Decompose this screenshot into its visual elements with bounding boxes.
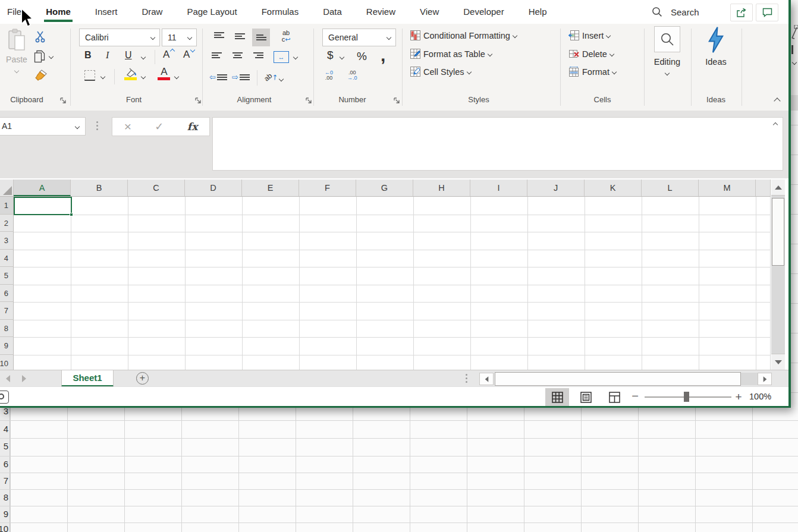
share-button[interactable] — [730, 4, 753, 21]
font-color-menu-chevron[interactable] — [174, 74, 179, 79]
worksheet-grid[interactable]: ABCDEFGHIJKLM 12345678910 — [0, 178, 791, 370]
column-header-l[interactable]: L — [642, 180, 699, 196]
center-button[interactable] — [233, 52, 243, 58]
font-dialog-launcher[interactable] — [194, 97, 202, 104]
currency-chevron[interactable] — [340, 55, 344, 59]
cut-button[interactable] — [34, 31, 46, 45]
zoom-slider-thumb[interactable] — [684, 392, 689, 402]
fill-handle[interactable] — [70, 213, 73, 216]
italic-button[interactable]: I — [106, 50, 109, 61]
scroll-down-button[interactable] — [771, 354, 785, 370]
page-break-preview-button[interactable] — [602, 388, 626, 406]
copy-button[interactable] — [34, 50, 53, 63]
column-header-partial[interactable] — [756, 180, 771, 196]
zoom-in-button[interactable]: + — [734, 391, 743, 401]
tab-insert[interactable]: Insert — [95, 0, 118, 24]
delete-cells-button[interactable]: Delete — [568, 49, 614, 59]
cancel-button[interactable]: × — [124, 119, 131, 134]
tab-developer[interactable]: Developer — [463, 0, 504, 24]
row-header-7[interactable]: 7 — [0, 302, 14, 320]
row-header-9[interactable]: 9 — [0, 337, 14, 355]
alignment-dialog-launcher[interactable] — [305, 97, 312, 104]
row-header-10[interactable]: 10 — [0, 355, 14, 370]
conditional-formatting-button[interactable]: Conditional Formatting — [410, 30, 517, 40]
bold-button[interactable]: B — [84, 50, 92, 61]
format-as-table-button[interactable]: Format as Table — [410, 49, 492, 59]
formula-input[interactable] — [212, 117, 783, 171]
vertical-scrollbar[interactable] — [771, 180, 785, 370]
select-all-corner[interactable] — [0, 180, 14, 196]
tab-formulas[interactable]: Formulas — [262, 0, 299, 24]
column-header-m[interactable]: M — [699, 180, 756, 196]
row-header-3[interactable]: 3 — [0, 232, 14, 250]
tab-view[interactable]: View — [420, 0, 439, 24]
format-painter-button[interactable] — [33, 69, 48, 86]
underline-menu-chevron[interactable] — [141, 55, 146, 59]
column-header-e[interactable]: E — [242, 180, 299, 196]
column-header-a[interactable]: A — [14, 180, 71, 196]
merge-center-chevron[interactable] — [293, 55, 298, 59]
enter-button[interactable]: ✓ — [155, 120, 164, 133]
scroll-up-button[interactable] — [771, 180, 785, 196]
vertical-scroll-thumb[interactable] — [772, 198, 784, 266]
editing-button[interactable]: Editing — [652, 26, 683, 77]
fill-color-menu-chevron[interactable] — [141, 74, 146, 79]
tab-help[interactable]: Help — [529, 0, 547, 24]
decrease-decimal-button[interactable]: .00→.0 — [347, 70, 357, 81]
tab-home[interactable]: Home — [46, 0, 71, 24]
increase-decimal-button[interactable]: ←0.00 — [325, 70, 333, 81]
number-dialog-launcher[interactable] — [393, 97, 400, 104]
tab-draw[interactable]: Draw — [142, 0, 162, 24]
wrap-text-button[interactable]: abc↩ — [278, 30, 294, 45]
format-cells-button[interactable]: Format — [568, 67, 616, 77]
macro-record-icon[interactable] — [0, 391, 9, 404]
next-sheet-button[interactable] — [22, 375, 26, 382]
comments-button[interactable] — [756, 4, 778, 21]
decrease-indent-button[interactable]: ⇦ — [209, 73, 227, 81]
copy-menu-chevron[interactable] — [49, 54, 54, 59]
percent-button[interactable]: % — [357, 50, 367, 63]
column-header-g[interactable]: G — [356, 180, 413, 196]
prev-sheet-button[interactable] — [6, 375, 10, 382]
font-color-button[interactable]: A — [157, 67, 171, 83]
normal-view-button[interactable] — [545, 388, 569, 406]
increase-indent-button[interactable]: ⇨ — [232, 73, 250, 81]
row-header-5[interactable]: 5 — [0, 267, 14, 285]
tab-file[interactable]: File — [7, 0, 21, 24]
column-header-i[interactable]: I — [470, 180, 527, 196]
column-header-j[interactable]: J — [527, 180, 585, 196]
top-align-button[interactable] — [214, 32, 224, 38]
column-header-b[interactable]: B — [71, 180, 128, 196]
row-header-2[interactable]: 2 — [0, 215, 14, 232]
ideas-button[interactable]: Ideas — [697, 26, 735, 67]
sheetbar-resizer[interactable] — [466, 374, 468, 383]
sheet-tab-sheet1[interactable]: Sheet1 — [61, 370, 114, 387]
scroll-right-button[interactable] — [758, 373, 772, 385]
horizontal-scroll-track[interactable] — [741, 373, 758, 385]
tab-data[interactable]: Data — [323, 0, 342, 24]
column-header-d[interactable]: D — [185, 180, 242, 196]
insert-cells-button[interactable]: Insert — [568, 30, 610, 40]
merge-center-button[interactable]: ↔ — [274, 51, 289, 63]
column-header-h[interactable]: H — [413, 180, 470, 196]
new-sheet-button[interactable]: + — [136, 372, 149, 385]
shrink-font-button[interactable]: A — [183, 49, 193, 61]
middle-align-button[interactable] — [235, 33, 245, 39]
formula-bar-collapse-chevron[interactable] — [773, 122, 778, 127]
cell-styles-button[interactable]: Cell Styles — [410, 67, 471, 77]
number-format-combo[interactable]: General — [322, 29, 396, 46]
comma-button[interactable]: , — [381, 45, 385, 65]
insert-function-button[interactable]: fx — [187, 121, 197, 133]
borders-button[interactable] — [84, 70, 95, 81]
name-box[interactable]: A1 — [0, 117, 86, 136]
column-header-k[interactable]: K — [585, 180, 642, 196]
clipboard-dialog-launcher[interactable] — [59, 97, 67, 104]
paste-menu-chevron[interactable] — [14, 68, 19, 73]
zoom-level[interactable]: 100% — [749, 392, 771, 401]
zoom-out-button[interactable]: − — [630, 392, 640, 401]
currency-button[interactable]: $ — [327, 49, 334, 62]
align-right-button[interactable] — [253, 52, 263, 58]
collapse-ribbon-chevron[interactable] — [774, 97, 780, 104]
row-header-6[interactable]: 6 — [0, 285, 14, 303]
page-layout-view-button[interactable] — [574, 388, 598, 406]
